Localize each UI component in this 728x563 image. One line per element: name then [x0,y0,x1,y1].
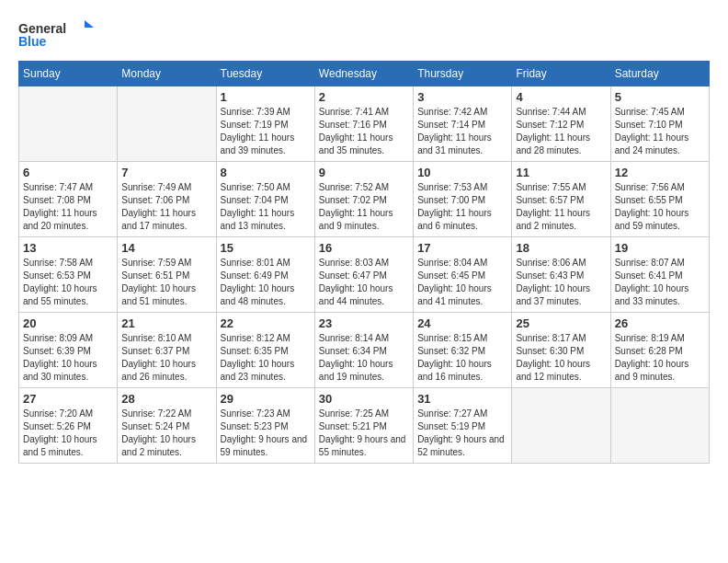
calendar-cell [19,86,118,162]
day-number: 28 [121,392,211,406]
day-info: Sunrise: 8:01 AMSunset: 6:49 PMDaylight:… [221,257,311,308]
day-number: 18 [516,241,606,255]
day-number: 8 [221,166,311,179]
calendar-cell: 10Sunrise: 7:53 AMSunset: 7:00 PMDayligh… [414,162,512,237]
calendar-cell: 19Sunrise: 8:07 AMSunset: 6:41 PMDayligh… [610,237,709,313]
day-info: Sunrise: 7:42 AMSunset: 7:14 PMDaylight:… [417,106,507,157]
day-number: 4 [516,90,606,104]
calendar-cell: 31Sunrise: 7:27 AMSunset: 5:19 PMDayligh… [414,388,512,464]
day-info: Sunrise: 7:49 AMSunset: 7:06 PMDaylight:… [121,181,211,233]
calendar-cell: 1Sunrise: 7:39 AMSunset: 7:19 PMDaylight… [216,86,314,162]
day-number: 15 [221,241,311,255]
day-info: Sunrise: 8:09 AMSunset: 6:39 PMDaylight:… [23,332,113,384]
logo-svg: GeneralBlue [18,18,101,52]
day-info: Sunrise: 7:23 AMSunset: 5:23 PMDaylight:… [221,408,311,459]
day-info: Sunrise: 7:50 AMSunset: 7:04 PMDaylight:… [221,181,311,233]
day-info: Sunrise: 8:17 AMSunset: 6:30 PMDaylight:… [516,332,606,384]
day-number: 24 [417,316,507,330]
day-info: Sunrise: 7:56 AMSunset: 6:55 PMDaylight:… [615,181,705,233]
calendar-cell: 30Sunrise: 7:25 AMSunset: 5:21 PMDayligh… [314,388,413,464]
day-number: 3 [417,90,507,104]
calendar-cell: 4Sunrise: 7:44 AMSunset: 7:12 PMDaylight… [512,86,610,162]
day-info: Sunrise: 7:22 AMSunset: 5:24 PMDaylight:… [121,408,211,459]
day-number: 20 [23,316,113,330]
day-number: 31 [417,392,507,406]
day-number: 14 [121,241,211,255]
calendar-cell: 27Sunrise: 7:20 AMSunset: 5:26 PMDayligh… [19,388,118,464]
weekday-header-thursday: Thursday [414,62,512,86]
calendar-cell: 14Sunrise: 7:59 AMSunset: 6:51 PMDayligh… [118,237,216,313]
week-row-3: 13Sunrise: 7:58 AMSunset: 6:53 PMDayligh… [19,237,710,313]
day-info: Sunrise: 8:10 AMSunset: 6:37 PMDaylight:… [121,332,211,384]
day-info: Sunrise: 7:27 AMSunset: 5:19 PMDaylight:… [417,408,507,459]
day-number: 29 [221,392,311,406]
day-info: Sunrise: 8:04 AMSunset: 6:45 PMDaylight:… [417,257,507,308]
day-number: 17 [417,241,507,255]
calendar-cell: 21Sunrise: 8:10 AMSunset: 6:37 PMDayligh… [118,313,216,388]
calendar-cell: 17Sunrise: 8:04 AMSunset: 6:45 PMDayligh… [414,237,512,313]
calendar-cell: 2Sunrise: 7:41 AMSunset: 7:16 PMDaylight… [314,86,413,162]
day-number: 6 [23,166,113,179]
day-number: 12 [615,166,705,179]
weekday-header-friday: Friday [512,62,610,86]
day-info: Sunrise: 7:45 AMSunset: 7:10 PMDaylight:… [615,106,705,157]
day-info: Sunrise: 7:47 AMSunset: 7:08 PMDaylight:… [23,181,113,233]
calendar-table: SundayMondayTuesdayWednesdayThursdayFrid… [18,61,710,464]
day-info: Sunrise: 7:52 AMSunset: 7:02 PMDaylight:… [319,181,409,233]
calendar-cell: 5Sunrise: 7:45 AMSunset: 7:10 PMDaylight… [610,86,709,162]
day-number: 2 [319,90,409,104]
week-row-5: 27Sunrise: 7:20 AMSunset: 5:26 PMDayligh… [19,388,710,464]
svg-text:Blue: Blue [18,34,47,49]
calendar-cell: 8Sunrise: 7:50 AMSunset: 7:04 PMDaylight… [216,162,314,237]
day-info: Sunrise: 7:44 AMSunset: 7:12 PMDaylight:… [516,106,606,157]
calendar-cell: 25Sunrise: 8:17 AMSunset: 6:30 PMDayligh… [512,313,610,388]
calendar-cell: 15Sunrise: 8:01 AMSunset: 6:49 PMDayligh… [216,237,314,313]
calendar-cell: 9Sunrise: 7:52 AMSunset: 7:02 PMDaylight… [314,162,413,237]
calendar-cell: 13Sunrise: 7:58 AMSunset: 6:53 PMDayligh… [19,237,118,313]
day-number: 26 [615,316,705,330]
day-info: Sunrise: 7:25 AMSunset: 5:21 PMDaylight:… [319,408,409,459]
weekday-header-sunday: Sunday [19,62,118,86]
day-number: 21 [121,316,211,330]
day-number: 10 [417,166,507,179]
svg-marker-1 [85,20,94,28]
weekday-header-wednesday: Wednesday [314,62,413,86]
calendar-cell: 24Sunrise: 8:15 AMSunset: 6:32 PMDayligh… [414,313,512,388]
day-info: Sunrise: 7:53 AMSunset: 7:00 PMDaylight:… [417,181,507,233]
calendar-cell [610,388,709,464]
week-row-2: 6Sunrise: 7:47 AMSunset: 7:08 PMDaylight… [19,162,710,237]
day-info: Sunrise: 8:12 AMSunset: 6:35 PMDaylight:… [221,332,311,384]
calendar-cell: 16Sunrise: 8:03 AMSunset: 6:47 PMDayligh… [314,237,413,313]
day-number: 23 [319,316,409,330]
weekday-header-tuesday: Tuesday [216,62,314,86]
weekday-header-row: SundayMondayTuesdayWednesdayThursdayFrid… [19,62,710,86]
day-info: Sunrise: 7:39 AMSunset: 7:19 PMDaylight:… [221,106,311,157]
day-info: Sunrise: 8:14 AMSunset: 6:34 PMDaylight:… [319,332,409,384]
day-number: 5 [615,90,705,104]
calendar-cell: 3Sunrise: 7:42 AMSunset: 7:14 PMDaylight… [414,86,512,162]
day-number: 16 [319,241,409,255]
day-number: 9 [319,166,409,179]
day-info: Sunrise: 7:41 AMSunset: 7:16 PMDaylight:… [319,106,409,157]
day-info: Sunrise: 7:59 AMSunset: 6:51 PMDaylight:… [121,257,211,308]
day-number: 7 [121,166,211,179]
day-info: Sunrise: 8:03 AMSunset: 6:47 PMDaylight:… [319,257,409,308]
weekday-header-monday: Monday [118,62,216,86]
day-info: Sunrise: 8:07 AMSunset: 6:41 PMDaylight:… [615,257,705,308]
calendar-cell [118,86,216,162]
day-number: 27 [23,392,113,406]
day-number: 30 [319,392,409,406]
day-info: Sunrise: 8:19 AMSunset: 6:28 PMDaylight:… [615,332,705,384]
weekday-header-saturday: Saturday [610,62,709,86]
logo: GeneralBlue [18,18,101,52]
day-number: 1 [221,90,311,104]
calendar-cell: 20Sunrise: 8:09 AMSunset: 6:39 PMDayligh… [19,313,118,388]
day-info: Sunrise: 8:06 AMSunset: 6:43 PMDaylight:… [516,257,606,308]
day-info: Sunrise: 7:20 AMSunset: 5:26 PMDaylight:… [23,408,113,459]
calendar-cell: 29Sunrise: 7:23 AMSunset: 5:23 PMDayligh… [216,388,314,464]
day-number: 11 [516,166,606,179]
day-info: Sunrise: 7:55 AMSunset: 6:57 PMDaylight:… [516,181,606,233]
week-row-4: 20Sunrise: 8:09 AMSunset: 6:39 PMDayligh… [19,313,710,388]
calendar-cell: 22Sunrise: 8:12 AMSunset: 6:35 PMDayligh… [216,313,314,388]
week-row-1: 1Sunrise: 7:39 AMSunset: 7:19 PMDaylight… [19,86,710,162]
